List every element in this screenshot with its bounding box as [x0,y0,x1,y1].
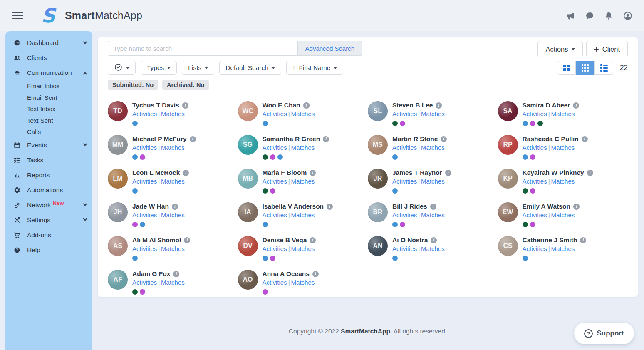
sidebar-item-communication[interactable]: Communication [5,65,92,80]
view-toggle-grid-large[interactable] [557,61,576,75]
client-avatar[interactable]: EW [498,202,518,222]
matches-link[interactable]: Matches [161,279,185,286]
info-icon[interactable]: i [184,237,190,243]
sidebar-item-dashboard[interactable]: Dashboard [5,35,92,50]
activities-link[interactable]: Activities [263,144,287,151]
info-icon[interactable]: i [582,136,588,142]
bell-icon[interactable] [604,11,613,21]
matches-link[interactable]: Matches [291,279,315,286]
sidebar-item-network[interactable]: NetworkNew [5,198,92,213]
matches-link[interactable]: Matches [551,110,575,117]
sidebar-item-clients[interactable]: Clients [5,50,92,65]
info-icon[interactable]: i [587,170,593,176]
sidebar-subitem-text-inbox[interactable]: Text Inbox [5,103,92,115]
activities-link[interactable]: Activities [263,178,287,185]
info-icon[interactable]: i [573,102,579,109]
info-icon[interactable]: i [436,102,442,109]
matches-link[interactable]: Matches [291,110,315,117]
activities-link[interactable]: Activities [132,144,157,151]
activities-link[interactable]: Activities [392,178,417,185]
activities-link[interactable]: Activities [132,245,157,252]
sidebar-item-automations[interactable]: Automations [5,183,92,198]
info-icon[interactable]: i [327,204,333,210]
matches-link[interactable]: Matches [551,144,575,151]
matches-link[interactable]: Matches [421,211,445,218]
activities-link[interactable]: Activities [523,245,547,252]
activities-link[interactable]: Activities [523,144,547,151]
sidebar-subitem-email-inbox[interactable]: Email Inbox [5,80,92,92]
activities-link[interactable]: Activities [132,279,157,286]
activities-link[interactable]: Activities [263,245,287,252]
sidebar-item-settings[interactable]: Settings [5,213,92,228]
filter-chip[interactable]: Archived: No [162,80,209,90]
matches-link[interactable]: Matches [421,144,445,151]
matches-link[interactable]: Matches [161,245,185,252]
client-avatar[interactable]: LM [108,169,128,189]
matches-link[interactable]: Matches [161,144,185,151]
add-client-button[interactable]: +Client [586,41,628,57]
matches-link[interactable]: Matches [291,178,315,185]
info-icon[interactable]: i [310,237,316,243]
client-avatar[interactable]: BR [368,202,388,222]
client-avatar[interactable]: IA [238,202,258,222]
matches-link[interactable]: Matches [421,178,445,185]
client-avatar[interactable]: DV [238,236,258,256]
info-icon[interactable]: i [573,204,580,210]
info-icon[interactable]: i [312,271,319,277]
activities-link[interactable]: Activities [392,144,417,151]
view-toggle-grid-small[interactable] [576,61,594,75]
activities-link[interactable]: Activities [523,110,547,117]
activities-link[interactable]: Activities [392,110,417,117]
client-avatar[interactable]: AS [108,236,128,256]
support-button[interactable]: ? Support [574,323,634,344]
sidebar-item-reports[interactable]: Reports [5,168,92,183]
client-avatar[interactable]: JH [108,202,128,222]
info-icon[interactable]: i [441,136,447,142]
activities-link[interactable]: Activities [523,211,547,218]
sidebar-item-tasks[interactable]: Tasks [5,153,92,168]
account-icon[interactable] [622,10,633,21]
chat-icon[interactable] [585,11,595,21]
matches-link[interactable]: Matches [551,245,575,252]
info-icon[interactable]: i [430,204,436,210]
app-logo-icon[interactable]: S [37,4,60,27]
activities-link[interactable]: Activities [392,245,417,252]
info-icon[interactable]: i [190,136,196,142]
matches-link[interactable]: Matches [161,178,185,185]
status-filter-button[interactable] [108,61,136,75]
client-avatar[interactable]: AF [108,270,128,290]
matches-link[interactable]: Matches [551,178,575,185]
search-input[interactable] [108,41,297,56]
client-avatar[interactable]: CS [498,236,518,256]
matches-link[interactable]: Matches [161,211,185,218]
filter-lists-button[interactable]: Lists [182,61,214,75]
client-avatar[interactable]: MS [368,135,388,155]
sidebar-subitem-email-sent[interactable]: Email Sent [5,92,92,104]
client-avatar[interactable]: RP [498,135,518,155]
actions-button[interactable]: Actions [537,41,582,57]
client-avatar[interactable]: KP [498,169,518,189]
activities-link[interactable]: Activities [263,110,287,117]
client-avatar[interactable]: MB [238,169,258,189]
filter-types-button[interactable]: Types [141,61,177,75]
sidebar-item-events[interactable]: Events [5,138,92,153]
megaphone-icon[interactable] [565,11,576,21]
matches-link[interactable]: Matches [421,245,445,252]
advanced-search-button[interactable]: Advanced Search [297,41,362,56]
matches-link[interactable]: Matches [291,211,315,218]
sidebar-subitem-text-sent[interactable]: Text Sent [5,115,92,127]
activities-link[interactable]: Activities [392,211,417,218]
client-avatar[interactable]: SG [238,135,258,155]
activities-link[interactable]: Activities [263,211,287,218]
info-icon[interactable]: i [183,170,189,176]
info-icon[interactable]: i [310,170,316,176]
client-avatar[interactable]: AO [238,270,258,290]
info-icon[interactable]: i [431,237,437,243]
client-avatar[interactable]: WC [238,101,258,121]
info-icon[interactable]: i [182,102,188,109]
client-avatar[interactable]: TD [108,101,128,121]
view-toggle-list[interactable] [594,61,613,75]
filter-first-name-button[interactable]: ↑First Name [286,61,344,75]
client-avatar[interactable]: AN [368,236,388,256]
client-avatar[interactable]: SA [498,101,518,121]
